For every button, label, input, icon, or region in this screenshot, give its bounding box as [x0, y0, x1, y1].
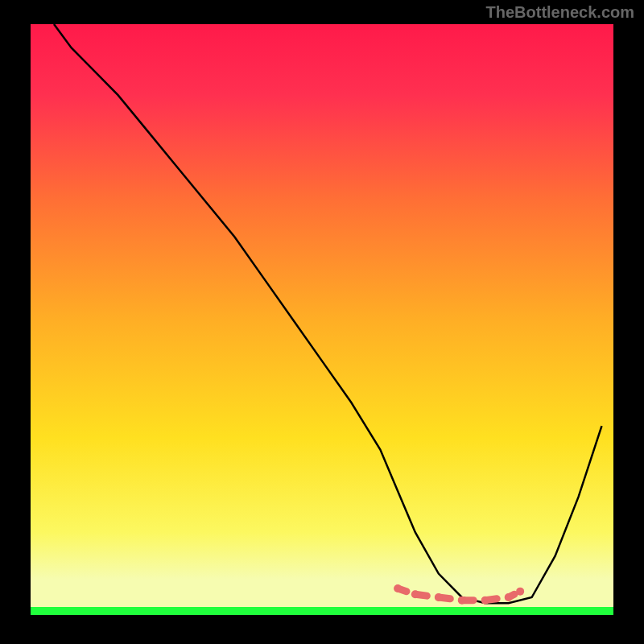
- svg-point-11: [505, 593, 513, 601]
- chart-container: TheBottleneck.com: [0, 0, 644, 644]
- svg-point-12: [516, 588, 524, 596]
- svg-point-5: [435, 593, 443, 601]
- chart-svg: [0, 0, 644, 644]
- svg-point-9: [481, 597, 489, 605]
- green-strip: [31, 607, 613, 615]
- svg-point-1: [394, 584, 402, 592]
- watermark-text: TheBottleneck.com: [486, 3, 634, 22]
- plot-area: [31, 24, 613, 615]
- svg-point-3: [411, 590, 419, 598]
- svg-point-7: [458, 597, 466, 605]
- gradient-rect: [31, 24, 613, 615]
